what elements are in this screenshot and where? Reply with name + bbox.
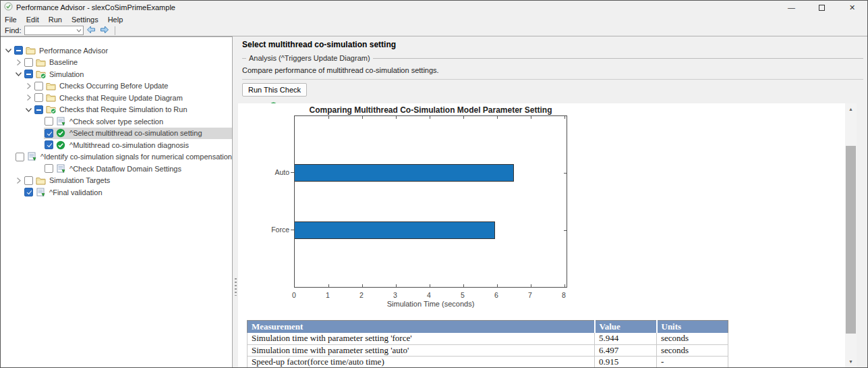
folder-icon	[36, 176, 47, 186]
run-this-check-button[interactable]: Run This Check	[242, 83, 307, 97]
tree-item[interactable]: ^Select multithread co-simulation settin…	[1, 128, 232, 140]
x-tick-mark	[565, 284, 565, 287]
tree-checkbox-unchecked[interactable]	[34, 82, 43, 90]
bar-force	[295, 221, 495, 239]
menu-edit[interactable]: Edit	[26, 16, 39, 24]
tree-item-label[interactable]: Checks Occurring Before Update	[59, 82, 168, 90]
check-detail-panel: Select multithread co-simulation setting…	[238, 36, 867, 367]
tree-checkbox-checked[interactable]	[45, 140, 53, 149]
tree-item[interactable]: ^Check Dataflow Domain Settings	[1, 163, 232, 175]
analysis-groupbox-label: Analysis (^Triggers Update Diagram)	[246, 54, 373, 62]
check-title: Select multithread co-simulation setting	[242, 40, 863, 49]
tree-item[interactable]: Simulation	[1, 68, 232, 80]
tree-item-label[interactable]: Checks that Require Simulation to Run	[59, 105, 187, 113]
tree-checkbox-checked[interactable]	[24, 188, 33, 196]
tree-checkbox-unchecked[interactable]	[45, 117, 53, 126]
find-label: Find:	[5, 26, 21, 34]
tree-item[interactable]: ^Multithread co-simulation diagnosis	[1, 139, 232, 151]
tree-checkbox-partial[interactable]	[14, 46, 23, 55]
chevron-right-icon[interactable]	[13, 59, 24, 66]
chevron-right-icon[interactable]	[24, 82, 34, 90]
tree-item-label[interactable]: Simulation Targets	[49, 176, 110, 184]
tree-checkbox-unchecked[interactable]	[24, 58, 33, 67]
panel-splitter[interactable]	[232, 36, 238, 367]
tree-item-label[interactable]: ^Identify co-simulation signals for nume…	[40, 153, 232, 161]
menu-run[interactable]: Run	[49, 16, 62, 24]
tree-item[interactable]: Checks that Require Simulation to Run	[1, 104, 232, 116]
tree-item[interactable]: Performance Advisor	[1, 45, 232, 57]
tree-item-label[interactable]: ^Select multithread co-simulation settin…	[69, 129, 202, 137]
tree-item[interactable]: ^Identify co-simulation signals for nume…	[1, 151, 232, 163]
tree-checkbox-partial[interactable]	[24, 70, 33, 78]
app-icon	[4, 1, 13, 14]
tree-item-body[interactable]: Performance Advisor	[13, 45, 232, 57]
tree-item-label[interactable]: ^Check solver type selection	[69, 117, 163, 126]
find-combobox[interactable]	[24, 26, 84, 35]
chevron-right-icon[interactable]	[13, 177, 24, 184]
scrollbar-thumb[interactable]	[846, 146, 856, 334]
tree-checkbox-unchecked[interactable]	[45, 164, 53, 173]
menu-file[interactable]: File	[5, 16, 17, 24]
tree-item-label[interactable]: Simulation	[49, 70, 84, 78]
toolbar-separator	[115, 26, 115, 35]
tree-item-body[interactable]: ^Check Dataflow Domain Settings	[44, 163, 232, 175]
y-tick-label: Force	[238, 226, 289, 234]
tree-item-body[interactable]: Checks Occurring Before Update	[34, 80, 232, 93]
find-input[interactable]	[25, 26, 75, 34]
find-next-button[interactable]	[98, 25, 111, 36]
y-tick-mark	[291, 230, 294, 230]
tree-item-label[interactable]: ^Multithread co-simulation diagnosis	[69, 141, 189, 149]
tree-item-label[interactable]: ^Check Dataflow Domain Settings	[69, 165, 181, 173]
tree-item-body[interactable]: Checks that Require Update Diagram	[34, 92, 232, 104]
scroll-down-icon[interactable]: ▼	[845, 356, 857, 367]
x-tick-mark	[497, 116, 498, 119]
folder-check-icon	[36, 69, 47, 79]
table-header-row: MeasurementValueUnits	[248, 321, 728, 334]
scroll-up-icon[interactable]: ▲	[845, 103, 857, 115]
x-tick-mark	[463, 284, 464, 287]
vertical-scrollbar[interactable]: ▲ ▼	[845, 103, 857, 367]
tree-item-label[interactable]: Performance Advisor	[39, 47, 108, 55]
chevron-down-icon[interactable]	[24, 107, 34, 113]
measurement-table: MeasurementValueUnitsSimulation time wit…	[247, 320, 728, 367]
tree-item[interactable]: Simulation Targets	[1, 175, 232, 187]
tree-checkbox-unchecked[interactable]	[34, 93, 43, 102]
chevron-down-icon[interactable]	[75, 29, 83, 32]
menu-settings[interactable]: Settings	[71, 16, 98, 24]
x-tick-label: 2	[355, 291, 368, 299]
chevron-down-icon[interactable]	[3, 47, 13, 53]
tree-item[interactable]: Checks Occurring Before Update	[1, 80, 232, 93]
minimize-button[interactable]: —	[776, 1, 807, 14]
chevron-right-icon[interactable]	[24, 94, 34, 101]
close-button[interactable]: ✕	[837, 1, 867, 14]
tree-item[interactable]: ^Check solver type selection	[1, 115, 232, 128]
tree-indent	[1, 180, 13, 181]
tree-checkbox-unchecked[interactable]	[16, 153, 24, 161]
tree-item[interactable]: ^Final validation	[1, 186, 232, 199]
tree-item-label[interactable]: Baseline	[49, 58, 78, 66]
tree-item-label[interactable]: Checks that Require Update Diagram	[59, 94, 183, 102]
tree-item[interactable]: Checks that Require Update Diagram	[1, 92, 232, 104]
folder-icon	[46, 81, 57, 91]
tree-indent	[1, 109, 24, 110]
table-cell: Speed-up factor(force time/auto time)	[248, 356, 595, 367]
tree-checkbox-unchecked[interactable]	[24, 176, 33, 185]
tree-item-body[interactable]: ^Select multithread co-simulation settin…	[44, 128, 232, 140]
tree-item[interactable]: Baseline	[1, 57, 232, 69]
folder-icon	[26, 45, 36, 55]
tree-item-body[interactable]: ^Check solver type selection	[44, 115, 232, 128]
tree-item-body[interactable]: ^Multithread co-simulation diagnosis	[44, 139, 232, 151]
tree-item-body[interactable]: Checks that Require Simulation to Run	[34, 104, 232, 116]
tree-checkbox-checked[interactable]	[45, 129, 53, 138]
tree-item-body[interactable]: Simulation Targets	[24, 175, 232, 187]
tree-item-label[interactable]: ^Final validation	[49, 188, 103, 196]
menu-help[interactable]: Help	[108, 16, 123, 24]
tree-item-body[interactable]: Baseline	[24, 57, 232, 69]
chevron-down-icon[interactable]	[13, 71, 24, 77]
tree-item-body[interactable]: ^Final validation	[24, 186, 232, 199]
maximize-button[interactable]	[807, 1, 837, 14]
tree-item-body[interactable]: ^Identify co-simulation signals for nume…	[15, 151, 232, 163]
find-previous-button[interactable]	[85, 25, 97, 36]
tree-item-body[interactable]: Simulation	[24, 68, 232, 80]
tree-checkbox-partial[interactable]	[34, 105, 43, 114]
